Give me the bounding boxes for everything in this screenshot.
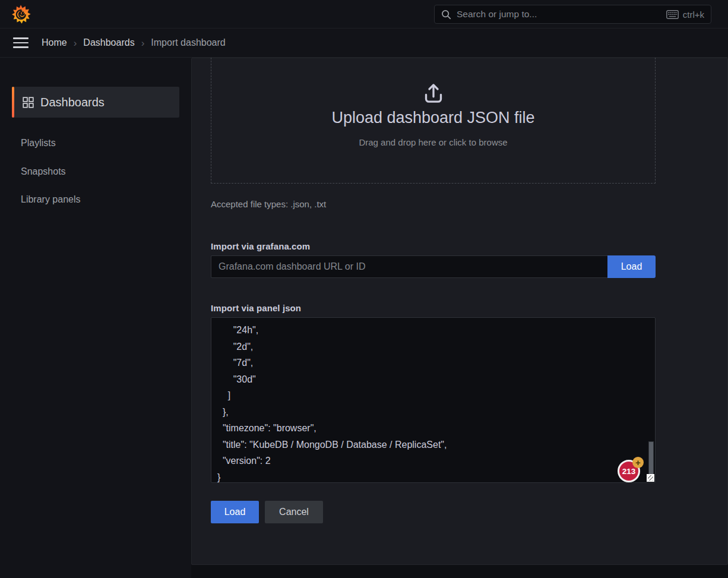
search-input[interactable]: Search or jump to... ctrl+k [434,5,711,24]
load-button[interactable]: Load [211,501,259,523]
dashboards-grid-icon [23,97,34,108]
panel-json-content: "24h", "2d", "7d", "30d" ] }, "timezone"… [217,322,655,483]
gcom-import-label: Import via grafana.com [211,241,310,251]
search-icon [441,10,451,20]
breadcrumb-import-dashboard: Import dashboard [151,37,225,48]
cancel-button[interactable]: Cancel [265,501,323,523]
sidebar-item-dashboards[interactable]: Dashboards [12,87,179,118]
gcom-load-button[interactable]: Load [607,255,656,278]
page-bottom-gutter [191,565,728,578]
chevron-right-icon: › [74,37,77,48]
extension-count-badge[interactable]: 213 + [618,457,645,483]
sidebar: Dashboards Playlists Snapshots Library p… [0,58,191,578]
upload-dropzone[interactable]: Upload dashboard JSON file Drag and drop… [211,58,656,184]
badge-plus-icon: + [632,457,644,468]
keyboard-icon [666,10,679,19]
top-bar: Search or jump to... ctrl+k [0,0,728,29]
dropzone-title: Upload dashboard JSON file [331,109,534,127]
sidebar-item-playlists[interactable]: Playlists [21,138,56,151]
panel-json-textarea[interactable]: "24h", "2d", "7d", "30d" ] }, "timezone"… [211,317,656,483]
form-actions: Load Cancel [211,501,323,523]
breadcrumb-dashboards[interactable]: Dashboards [83,37,134,48]
textarea-scrollbar[interactable] [648,441,654,476]
chevron-right-icon: › [141,37,145,48]
sidebar-active-label: Dashboards [40,96,105,109]
breadcrumb-bar: Home › Dashboards › Import dashboard [0,29,728,58]
gcom-input-group: Load [211,255,656,278]
sidebar-item-snapshots[interactable]: Snapshots [21,166,66,179]
search-placeholder: Search or jump to... [457,9,661,20]
panel-json-label: Import via panel json [211,303,301,313]
sidebar-item-library-panels[interactable]: Library panels [21,194,81,207]
shortcut-hint: ctrl+k [666,10,704,20]
shortcut-label: ctrl+k [683,10,704,20]
gcom-url-input[interactable] [211,255,607,278]
dropzone-subtitle: Drag and drop here or click to browse [359,137,507,147]
accepted-file-types: Accepted file types: .json, .txt [211,199,326,209]
menu-toggle-icon[interactable] [13,37,29,48]
breadcrumb-home[interactable]: Home [42,37,67,48]
upload-icon [422,81,445,105]
grafana-logo-icon[interactable] [11,4,31,25]
active-accent-bar [12,87,14,118]
textarea-resize-handle[interactable] [647,474,654,482]
import-dashboard-page: Upload dashboard JSON file Drag and drop… [191,58,728,565]
breadcrumb: Home › Dashboards › Import dashboard [42,37,226,48]
